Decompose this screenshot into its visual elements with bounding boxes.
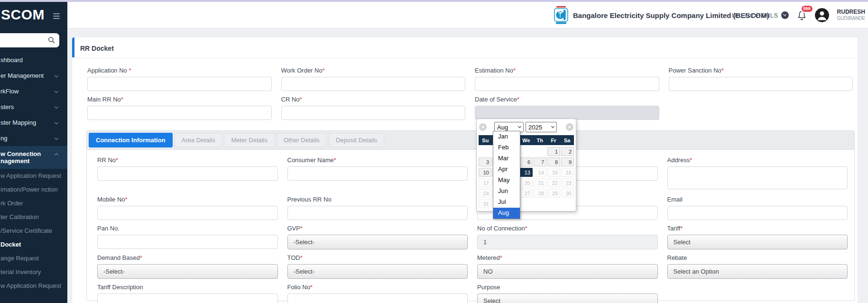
calendar-day: 29 [547,189,560,198]
field-date-of-service: Date of Service* [475,96,659,120]
tab-deposit-details[interactable]: Deposit Details [329,133,384,147]
gvp-select[interactable]: -Select- [287,235,468,249]
year-select[interactable]: 2025 [526,122,557,132]
calendar-day[interactable]: 9 [561,157,574,166]
demand-based-select[interactable]: -Select- [97,264,278,279]
bescom-logo [554,6,568,25]
application-no-input[interactable] [87,77,272,91]
tariff-description-textarea[interactable] [97,294,278,303]
calendar-day[interactable]: 13 [520,168,533,177]
calendar-day-header: Fr [547,138,561,143]
field-label: TOD* [287,254,468,262]
month-option-feb[interactable]: Feb [493,142,520,153]
calendar-day[interactable]: 6 [520,157,533,166]
sidebar-item[interactable]: ng [0,130,67,146]
month-option-apr[interactable]: Apr [493,164,520,175]
calendar-day [479,147,491,156]
month-option-mar[interactable]: Mar [493,153,520,164]
sidebar-submenu: w Application Requestimation/Power nctio… [0,169,67,293]
field-label: Work Order No* [281,67,466,74]
hamburger-menu-icon[interactable] [53,13,60,20]
calendar-day: 27 [520,189,533,198]
field-label: Tariff* [667,225,848,232]
previous-month-button[interactable] [479,123,487,131]
sidebar-item[interactable]: shboard [0,52,67,68]
user-details-dropdown[interactable]: USER DETAILS [732,11,789,19]
consumer-name-input[interactable] [287,166,468,181]
sidebar-subitem[interactable]: terial Inventory [0,265,67,279]
tab-meter-details[interactable]: Meter Details [224,133,275,147]
tariff-select[interactable]: Select [667,235,848,249]
docket-header-form: Application No * Work Order No* Estimati… [72,58,858,120]
sidebar-subitem[interactable]: /Service Certificate [0,224,67,238]
tod-select[interactable]: -Select- [287,264,468,279]
sidebar-subitem[interactable]: ange Request [0,251,67,265]
tab-other-details[interactable]: Other Details [277,133,327,147]
rebate-select[interactable]: Select an Option [667,264,848,279]
sidebar-item[interactable]: er Management [0,68,67,83]
email-input[interactable] [667,206,848,220]
previous-rr-no-input[interactable] [287,206,468,220]
calendar-day[interactable]: 2 [561,147,574,156]
tab-area-details[interactable]: Area Details [175,133,222,147]
month-dropdown-list: JanFebMarAprMayJunJulAug [493,131,520,219]
card-accent-bar [72,37,74,57]
sidebar: SCOM shboarder ManagementrkFlowstersster… [0,0,67,303]
field-label: Previous RR No [287,196,468,203]
sidebar-item[interactable]: sters [0,99,67,115]
rr-no-input[interactable] [97,166,278,181]
calendar-day [561,199,574,208]
next-month-button[interactable] [566,123,573,131]
cr-no-input[interactable] [281,106,466,120]
field-label: Address* [667,156,848,164]
sidebar-subitem[interactable]: w Application Request [0,169,67,183]
user-avatar[interactable] [815,8,829,22]
notifications-button[interactable]: 899 [797,10,807,23]
calendar-day[interactable]: 1 [547,147,560,156]
sidebar-item[interactable]: ster Mapping [0,115,67,130]
calendar-day: 30 [561,189,574,198]
folio-no-input[interactable] [287,294,468,303]
tab-connection-information[interactable]: Connection Information [89,133,173,147]
estimation-no-input[interactable] [475,77,659,91]
calendar-day [534,147,546,156]
month-option-jun[interactable]: Jun [493,186,520,197]
month-option-aug[interactable]: Aug [493,208,520,219]
field-label: Rebate [667,254,848,262]
work-order-no-input[interactable] [281,77,466,91]
sidebar-subitem[interactable]: imation/Power nction [0,183,67,196]
month-option-jul[interactable]: Jul [493,197,520,208]
month-option-may[interactable]: May [493,175,520,186]
user-details-label: USER DETAILS [732,12,778,19]
sidebar-search-input[interactable] [0,33,59,47]
sidebar-item-label: ng [0,135,7,142]
month-option-jan[interactable]: Jan [493,131,520,142]
field-demand-based: Demand Based* -Select- [97,254,278,279]
calendar-day-header: Su [479,138,492,143]
calendar-day: 15 [547,168,560,177]
address-textarea[interactable] [667,166,848,189]
sidebar-subitem[interactable]: rk Order [0,196,67,210]
power-sanction-no-input[interactable] [669,77,853,91]
sidebar-subitem[interactable]: ter Calibration [0,210,67,224]
main-rr-no-input[interactable] [87,106,272,120]
calendar-day: 20 [520,178,533,187]
sidebar-subitem[interactable]: Docket [0,238,67,251]
calendar-day[interactable]: 7 [534,157,546,166]
sidebar-subitem[interactable]: w Application Request [0,279,67,293]
purpose-select[interactable]: Select [477,294,658,303]
calendar-day[interactable]: 10 [479,168,491,177]
pan-no-input[interactable] [97,235,278,249]
field-work-order-no: Work Order No* [281,67,466,91]
calendar-day: 21 [534,178,546,187]
metered-select[interactable]: NO [477,264,658,279]
mobile-no-input[interactable] [97,206,278,220]
field-label: Pan No. [97,225,278,232]
sidebar-item[interactable]: rkFlow [0,83,67,99]
calendar-day[interactable]: 3 [479,157,491,166]
calendar-day[interactable]: 8 [547,157,560,166]
tabs-container: Connection InformationArea DetailsMeter … [86,130,855,301]
sidebar-item[interactable]: w Connection nagement [0,146,67,169]
date-of-service-input[interactable] [475,106,659,120]
header-user-location: GUDIBANDE [837,15,865,21]
